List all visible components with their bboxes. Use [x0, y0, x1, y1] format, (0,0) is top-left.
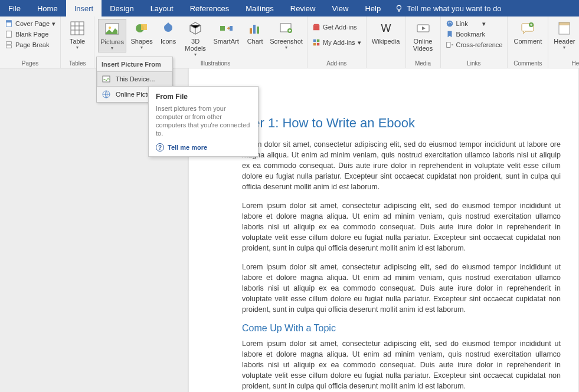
- body-paragraph: ipsum dolor sit amet, consectetur adipis…: [242, 139, 561, 192]
- section-heading: Come Up With a Topic: [242, 323, 561, 334]
- svg-rect-4: [6, 42, 12, 44]
- tab-home[interactable]: Home: [29, 0, 66, 17]
- shapes-button[interactable]: Shapes ▾: [129, 19, 155, 51]
- smartart-button[interactable]: SmartArt: [211, 19, 241, 46]
- group-header-footer: Header ▾ Footer ▾ # Page Number ▾ Header…: [548, 17, 579, 68]
- chart-button[interactable]: Chart: [243, 19, 267, 46]
- svg-point-25: [446, 21, 453, 27]
- tab-layout[interactable]: Layout: [142, 0, 182, 17]
- bookmark-label: Bookmark: [456, 31, 486, 38]
- tab-review[interactable]: Review: [282, 0, 324, 17]
- group-wikipedia: W Wikipedia: [367, 17, 406, 68]
- group-links: Link ▾ Bookmark Cross-reference Links: [441, 17, 508, 68]
- page-break-button[interactable]: Page Break: [4, 40, 57, 50]
- 3d-models-button[interactable]: 3D Models ▾: [182, 19, 209, 58]
- wikipedia-button[interactable]: W Wikipedia: [370, 19, 402, 46]
- group-tables: Table ▾ Tables: [61, 17, 94, 68]
- svg-rect-11: [220, 26, 225, 31]
- screenshot-icon: [278, 20, 295, 37]
- blank-page-button[interactable]: Blank Page: [4, 29, 57, 39]
- svg-rect-20: [317, 39, 319, 42]
- group-label-header-footer: Header & Footer: [552, 59, 579, 67]
- group-comments: Comment Comments: [508, 17, 548, 68]
- tell-me-search[interactable]: Tell me what you want to do: [389, 0, 507, 17]
- link-label: Link: [456, 20, 468, 27]
- header-button[interactable]: Header ▾: [552, 19, 577, 51]
- svg-rect-2: [6, 21, 12, 23]
- group-label-links: Links: [444, 59, 504, 67]
- screenshot-button[interactable]: Screenshot ▾: [269, 19, 303, 51]
- group-label-media: Media: [410, 59, 437, 67]
- video-icon: [415, 20, 431, 37]
- svg-rect-19: [313, 39, 316, 42]
- store-icon: [312, 23, 320, 31]
- cover-page-label: Cover Page: [15, 20, 50, 27]
- svg-rect-12: [230, 26, 233, 31]
- online-videos-button[interactable]: Online Videos: [410, 19, 437, 53]
- my-addins-button[interactable]: My Add-ins ▾: [311, 38, 362, 47]
- header-icon: [556, 20, 573, 37]
- group-label-tables: Tables: [64, 59, 90, 67]
- chevron-down-icon: ▾: [482, 20, 486, 28]
- bookmark-icon: [446, 30, 454, 38]
- tab-insert[interactable]: Insert: [66, 0, 102, 17]
- pictures-label: Pictures: [100, 38, 124, 45]
- screenshot-label: Screenshot: [270, 38, 303, 45]
- picture-icon: [104, 21, 120, 37]
- header-label: Header: [554, 38, 575, 45]
- group-label-comments: Comments: [511, 59, 544, 67]
- chevron-down-icon: ▾: [52, 20, 55, 28]
- wikipedia-icon: W: [378, 20, 394, 37]
- svg-rect-18: [313, 25, 320, 31]
- tab-design[interactable]: Design: [102, 0, 142, 17]
- cover-page-button[interactable]: Cover Page ▾: [4, 19, 57, 28]
- cover-page-icon: [5, 19, 13, 28]
- comment-button[interactable]: Comment: [511, 19, 544, 46]
- tooltip-tell-me-more[interactable]: ? Tell me more: [156, 143, 251, 151]
- tab-help[interactable]: Help: [356, 0, 389, 17]
- ribbon: Cover Page ▾ Blank Page Page Break Pages…: [0, 17, 579, 68]
- tab-file[interactable]: File: [0, 0, 29, 17]
- body-paragraph: Lorem ipsum dolor sit amet, consectetur …: [242, 338, 561, 391]
- tab-mailings[interactable]: Mailings: [237, 0, 282, 17]
- group-pages: Cover Page ▾ Blank Page Page Break Pages: [0, 17, 61, 68]
- icons-label: Icons: [161, 38, 176, 45]
- cross-reference-button[interactable]: Cross-reference: [444, 40, 504, 50]
- online-videos-label: Online Videos: [413, 38, 433, 52]
- tab-view[interactable]: View: [323, 0, 356, 17]
- icons-button[interactable]: Icons: [157, 19, 179, 46]
- chapter-heading: pter 1: How to Write an Ebook: [242, 116, 561, 131]
- svg-point-8: [109, 27, 111, 29]
- svg-rect-6: [71, 22, 84, 35]
- blank-page-icon: [5, 30, 13, 38]
- tooltip-from-file: From File Insert pictures from your comp…: [148, 86, 259, 157]
- tab-references[interactable]: References: [182, 0, 237, 17]
- svg-rect-26: [446, 42, 450, 48]
- pictures-button[interactable]: Pictures ▾: [98, 19, 126, 52]
- wikipedia-label: Wikipedia: [372, 38, 400, 45]
- icons-icon: [160, 20, 176, 37]
- body-paragraph: Lorem ipsum dolor sit amet, consectetur …: [242, 200, 561, 253]
- menu-tabbar: File Home Insert Design Layout Reference…: [0, 0, 579, 17]
- svg-rect-13: [250, 28, 252, 34]
- chevron-down-icon: ▾: [194, 52, 197, 57]
- group-addins: Get Add-ins My Add-ins ▾ Add-ins: [308, 17, 366, 68]
- bookmark-button[interactable]: Bookmark: [444, 29, 504, 39]
- chart-label: Chart: [247, 38, 263, 45]
- chevron-down-icon: ▾: [563, 45, 565, 50]
- get-addins-label: Get Add-ins: [323, 24, 356, 31]
- smartart-label: SmartArt: [213, 38, 238, 45]
- chevron-down-icon: ▾: [76, 45, 78, 50]
- get-addins-button[interactable]: Get Add-ins: [311, 22, 362, 32]
- svg-rect-30: [559, 22, 570, 25]
- svg-rect-21: [313, 43, 316, 45]
- smartart-icon: [218, 20, 234, 37]
- dropdown-this-device[interactable]: This Device...: [97, 71, 172, 87]
- 3d-models-label: 3D Models: [185, 38, 205, 52]
- my-addins-label: My Add-ins: [323, 39, 355, 46]
- chevron-down-icon: ▾: [358, 39, 361, 47]
- table-button[interactable]: Table ▾: [64, 19, 90, 51]
- chevron-down-icon: ▾: [140, 45, 143, 50]
- link-button[interactable]: Link ▾: [444, 19, 504, 28]
- link-icon: [446, 19, 454, 28]
